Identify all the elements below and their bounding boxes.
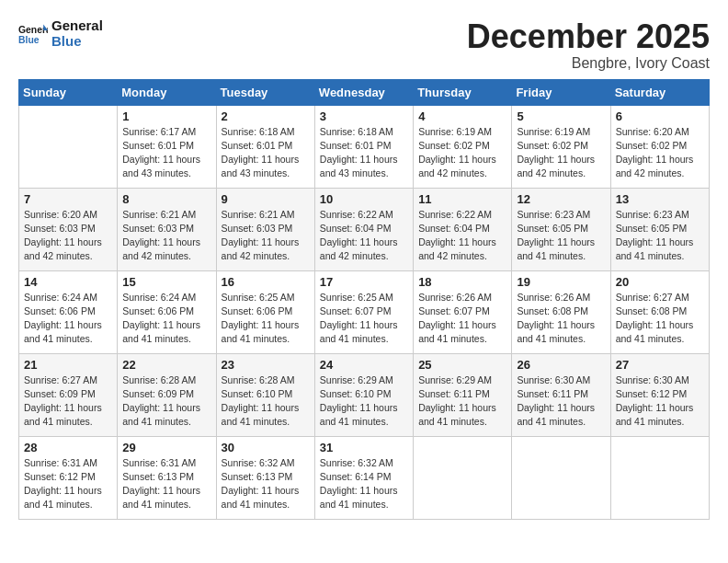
day-info: Sunrise: 6:29 AMSunset: 6:11 PMDaylight:…	[418, 373, 506, 430]
day-info: Sunrise: 6:18 AMSunset: 6:01 PMDaylight:…	[222, 125, 310, 181]
header-thursday: Thursday	[414, 79, 512, 105]
day-number: 19	[517, 275, 605, 289]
day-info: Sunrise: 6:20 AMSunset: 6:03 PMDaylight:…	[24, 208, 112, 264]
calendar-cell: 3Sunrise: 6:18 AMSunset: 6:01 PMDaylight…	[314, 105, 413, 188]
day-number: 25	[418, 358, 506, 372]
calendar-cell: 24Sunrise: 6:29 AMSunset: 6:10 PMDayligh…	[314, 353, 413, 436]
day-number: 13	[616, 192, 704, 206]
day-number: 20	[616, 275, 704, 289]
calendar-cell: 31Sunrise: 6:32 AMSunset: 6:14 PMDayligh…	[314, 436, 413, 519]
day-info: Sunrise: 6:22 AMSunset: 6:04 PMDaylight:…	[320, 208, 408, 264]
day-number: 12	[517, 192, 605, 206]
day-info: Sunrise: 6:26 AMSunset: 6:08 PMDaylight:…	[517, 291, 605, 347]
day-info: Sunrise: 6:20 AMSunset: 6:02 PMDaylight:…	[616, 125, 704, 181]
calendar-cell: 22Sunrise: 6:28 AMSunset: 6:09 PMDayligh…	[118, 353, 216, 436]
day-info: Sunrise: 6:23 AMSunset: 6:05 PMDaylight:…	[616, 208, 704, 264]
day-info: Sunrise: 6:25 AMSunset: 6:06 PMDaylight:…	[222, 291, 310, 347]
calendar-cell: 13Sunrise: 6:23 AMSunset: 6:05 PMDayligh…	[610, 188, 709, 270]
logo-text-general: General	[51, 18, 103, 34]
calendar-cell: 12Sunrise: 6:23 AMSunset: 6:05 PMDayligh…	[512, 188, 610, 270]
calendar-cell	[19, 105, 118, 188]
day-number: 29	[122, 441, 210, 454]
day-info: Sunrise: 6:22 AMSunset: 6:04 PMDaylight:…	[418, 208, 506, 264]
calendar-cell: 9Sunrise: 6:21 AMSunset: 6:03 PMDaylight…	[216, 188, 314, 270]
calendar-cell: 14Sunrise: 6:24 AMSunset: 6:06 PMDayligh…	[19, 270, 118, 353]
calendar-cell: 26Sunrise: 6:30 AMSunset: 6:11 PMDayligh…	[512, 353, 610, 436]
day-info: Sunrise: 6:32 AMSunset: 6:13 PMDaylight:…	[222, 456, 310, 512]
day-number: 17	[320, 275, 408, 289]
day-info: Sunrise: 6:18 AMSunset: 6:01 PMDaylight:…	[320, 125, 408, 181]
calendar-cell	[512, 436, 610, 519]
day-number: 2	[222, 109, 310, 123]
day-info: Sunrise: 6:24 AMSunset: 6:06 PMDaylight:…	[122, 291, 210, 347]
calendar-cell: 16Sunrise: 6:25 AMSunset: 6:06 PMDayligh…	[216, 270, 314, 353]
day-info: Sunrise: 6:28 AMSunset: 6:09 PMDaylight:…	[122, 373, 210, 430]
calendar-cell: 21Sunrise: 6:27 AMSunset: 6:09 PMDayligh…	[19, 353, 118, 436]
calendar-cell: 23Sunrise: 6:28 AMSunset: 6:10 PMDayligh…	[216, 353, 314, 436]
day-number: 22	[122, 358, 210, 372]
calendar-cell: 30Sunrise: 6:32 AMSunset: 6:13 PMDayligh…	[216, 436, 314, 519]
day-info: Sunrise: 6:25 AMSunset: 6:07 PMDaylight:…	[320, 291, 408, 347]
calendar-cell	[414, 436, 512, 519]
day-info: Sunrise: 6:30 AMSunset: 6:11 PMDaylight:…	[517, 373, 605, 430]
day-number: 15	[122, 275, 210, 289]
calendar-cell: 29Sunrise: 6:31 AMSunset: 6:13 PMDayligh…	[118, 436, 216, 519]
calendar-week-row: 1Sunrise: 6:17 AMSunset: 6:01 PMDaylight…	[19, 105, 710, 188]
day-info: Sunrise: 6:32 AMSunset: 6:14 PMDaylight:…	[320, 456, 408, 512]
day-number: 7	[24, 192, 112, 206]
day-number: 16	[222, 275, 310, 289]
calendar-cell: 18Sunrise: 6:26 AMSunset: 6:07 PMDayligh…	[414, 270, 512, 353]
logo: General Blue General Blue	[18, 18, 103, 49]
title-block: December 2025 Bengbre, Ivory Coast	[467, 18, 710, 72]
location-subtitle: Bengbre, Ivory Coast	[467, 55, 710, 72]
calendar-cell: 20Sunrise: 6:27 AMSunset: 6:08 PMDayligh…	[610, 270, 709, 353]
calendar-week-row: 21Sunrise: 6:27 AMSunset: 6:09 PMDayligh…	[19, 353, 710, 436]
svg-text:Blue: Blue	[18, 34, 40, 44]
calendar-cell: 11Sunrise: 6:22 AMSunset: 6:04 PMDayligh…	[414, 188, 512, 270]
day-number: 11	[418, 192, 506, 206]
day-number: 21	[24, 358, 112, 372]
day-info: Sunrise: 6:19 AMSunset: 6:02 PMDaylight:…	[517, 125, 605, 181]
day-number: 3	[320, 109, 408, 123]
calendar-week-row: 28Sunrise: 6:31 AMSunset: 6:12 PMDayligh…	[19, 436, 710, 519]
calendar-cell: 2Sunrise: 6:18 AMSunset: 6:01 PMDaylight…	[216, 105, 314, 188]
calendar-header-row: SundayMondayTuesdayWednesdayThursdayFrid…	[19, 79, 710, 105]
day-number: 1	[122, 109, 210, 123]
calendar-cell: 28Sunrise: 6:31 AMSunset: 6:12 PMDayligh…	[19, 436, 118, 519]
day-info: Sunrise: 6:29 AMSunset: 6:10 PMDaylight:…	[320, 373, 408, 430]
day-number: 14	[24, 275, 112, 289]
day-info: Sunrise: 6:21 AMSunset: 6:03 PMDaylight:…	[222, 208, 310, 264]
calendar-cell: 27Sunrise: 6:30 AMSunset: 6:12 PMDayligh…	[610, 353, 709, 436]
calendar-cell: 25Sunrise: 6:29 AMSunset: 6:11 PMDayligh…	[414, 353, 512, 436]
day-info: Sunrise: 6:17 AMSunset: 6:01 PMDaylight:…	[122, 125, 210, 181]
day-number: 30	[222, 441, 310, 454]
calendar-cell: 1Sunrise: 6:17 AMSunset: 6:01 PMDaylight…	[118, 105, 216, 188]
day-number: 18	[418, 275, 506, 289]
day-info: Sunrise: 6:19 AMSunset: 6:02 PMDaylight:…	[418, 125, 506, 181]
day-number: 31	[320, 441, 408, 454]
logo-icon: General Blue	[18, 23, 48, 45]
calendar-week-row: 14Sunrise: 6:24 AMSunset: 6:06 PMDayligh…	[19, 270, 710, 353]
day-number: 23	[222, 358, 310, 372]
day-number: 24	[320, 358, 408, 372]
calendar-week-row: 7Sunrise: 6:20 AMSunset: 6:03 PMDaylight…	[19, 188, 710, 270]
day-number: 10	[320, 192, 408, 206]
day-number: 9	[222, 192, 310, 206]
day-number: 28	[24, 441, 112, 454]
day-info: Sunrise: 6:26 AMSunset: 6:07 PMDaylight:…	[418, 291, 506, 347]
calendar-table: SundayMondayTuesdayWednesdayThursdayFrid…	[18, 79, 710, 520]
day-info: Sunrise: 6:31 AMSunset: 6:13 PMDaylight:…	[122, 456, 210, 512]
day-number: 4	[418, 109, 506, 123]
day-number: 27	[616, 358, 704, 372]
calendar-cell: 4Sunrise: 6:19 AMSunset: 6:02 PMDaylight…	[414, 105, 512, 188]
calendar-cell: 19Sunrise: 6:26 AMSunset: 6:08 PMDayligh…	[512, 270, 610, 353]
header-wednesday: Wednesday	[314, 79, 413, 105]
calendar-cell: 8Sunrise: 6:21 AMSunset: 6:03 PMDaylight…	[118, 188, 216, 270]
day-number: 26	[517, 358, 605, 372]
header-sunday: Sunday	[19, 79, 118, 105]
calendar-cell: 7Sunrise: 6:20 AMSunset: 6:03 PMDaylight…	[19, 188, 118, 270]
header-saturday: Saturday	[610, 79, 709, 105]
day-info: Sunrise: 6:21 AMSunset: 6:03 PMDaylight:…	[122, 208, 210, 264]
day-number: 8	[122, 192, 210, 206]
calendar-cell	[610, 436, 709, 519]
